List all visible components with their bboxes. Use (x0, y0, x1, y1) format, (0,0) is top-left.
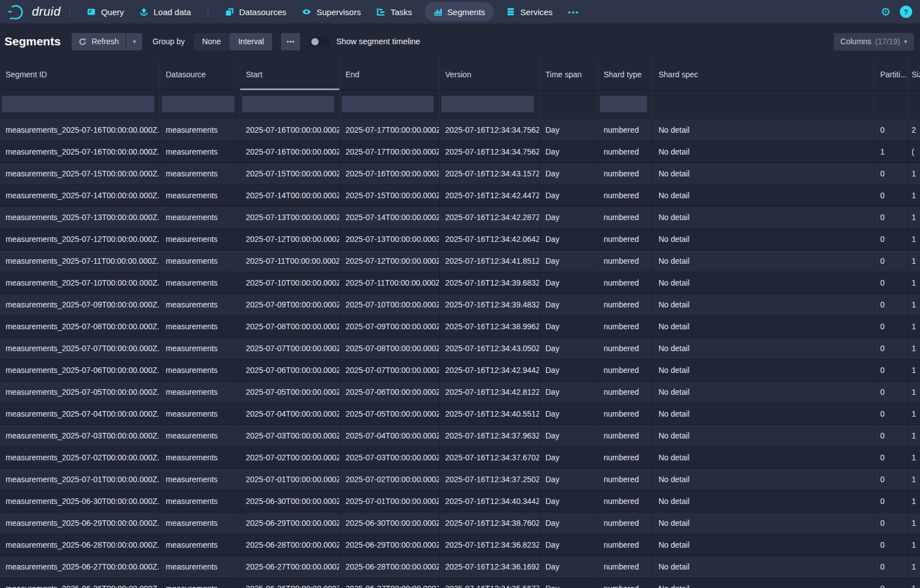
table-row[interactable]: measurements_2025-07-14T00:00:00.000Z...… (0, 185, 920, 207)
group-by-interval-button[interactable]: Interval (229, 33, 272, 50)
cell-segment-id: measurements_2025-07-04T00:00:00.000Z... (0, 403, 160, 424)
table-row[interactable]: measurements_2025-06-29T00:00:00.000Z...… (0, 512, 920, 534)
cell-shard-type: numbered (598, 228, 653, 250)
nav-item-tasks[interactable]: Tasks (368, 0, 419, 24)
table-row[interactable]: measurements_2025-07-05T00:00:00.000Z...… (0, 381, 920, 403)
toolbar-more-button[interactable]: ••• (281, 33, 300, 50)
nav-item-load-data[interactable]: Load data (132, 0, 199, 24)
columns-button[interactable]: Columns (17/19) ▾ (834, 33, 914, 50)
cell-time-span: Day (540, 207, 598, 228)
cell-size: 2 (909, 119, 920, 141)
cell-start: 2025-06-28T00:00:00.000Z (240, 534, 340, 556)
more-icon: ••• (287, 38, 295, 45)
cell-size: 1 (909, 578, 920, 588)
cell-datasource: measurements (160, 447, 240, 468)
version-filter-input[interactable] (441, 95, 534, 113)
cell-end: 2025-07-11T00:00:00.000Z (340, 272, 440, 293)
table-row[interactable]: measurements_2025-07-16T00:00:00.000Z...… (0, 119, 920, 141)
nav-item-datasources[interactable]: Datasources (217, 0, 294, 24)
table-row[interactable]: measurements_2025-07-02T00:00:00.000Z...… (0, 447, 920, 469)
table-row[interactable]: measurements_2025-07-10T00:00:00.000Z...… (0, 272, 920, 294)
cell-time-span: Day (540, 425, 598, 446)
cell-size: 1 (909, 381, 920, 403)
refresh-dropdown-button[interactable]: ▾ (126, 33, 142, 50)
cell-shard-spec: No detail (653, 141, 875, 162)
cell-shard-type: numbered (598, 534, 653, 556)
cell-segment-id: measurements_2025-07-01T00:00:00.000Z... (0, 469, 160, 490)
nav-right: ⚙ ? (881, 6, 912, 18)
nav-item-segments-active[interactable]: Segments (424, 2, 494, 21)
cell-start: 2025-07-03T00:00:00.000Z (240, 425, 340, 446)
column-header-start-sorted[interactable]: Start (240, 59, 340, 90)
end-filter-input[interactable] (342, 95, 434, 113)
nav-item-services[interactable]: Services (498, 0, 561, 24)
gear-icon[interactable]: ⚙ (881, 6, 891, 17)
table-row[interactable]: measurements_2025-07-09T00:00:00.000Z...… (0, 294, 920, 316)
table-row[interactable]: measurements_2025-07-06T00:00:00.000Z...… (0, 360, 920, 381)
cell-size: 1 (909, 163, 920, 184)
cell-segment-id: measurements_2025-07-03T00:00:00.000Z... (0, 425, 160, 446)
refresh-button[interactable]: Refresh (72, 33, 125, 50)
column-header-end[interactable]: End (340, 59, 440, 90)
cell-end: 2025-07-03T00:00:00.000Z (340, 447, 440, 468)
table-row[interactable]: measurements_2025-07-13T00:00:00.000Z...… (0, 207, 920, 228)
column-header-shard-type[interactable]: Shard type (598, 59, 653, 90)
database-icon (506, 7, 515, 16)
cell-partition: 0 (875, 381, 909, 403)
column-header-datasource[interactable]: Datasource (160, 59, 240, 90)
table-row[interactable]: measurements_2025-07-04T00:00:00.000Z...… (0, 403, 920, 425)
cell-size: 1 (909, 360, 920, 381)
group-by-none-button[interactable]: None (194, 33, 229, 50)
start-filter-input[interactable] (242, 95, 334, 113)
cell-start: 2025-07-14T00:00:00.000Z (240, 185, 340, 206)
cell-partition: 0 (875, 316, 909, 337)
cell-partition: 0 (875, 425, 909, 446)
help-icon[interactable]: ? (900, 6, 912, 18)
cell-shard-type: numbered (598, 338, 653, 359)
column-header-version[interactable]: Version (440, 59, 540, 90)
table-row[interactable]: measurements_2025-07-16T00:00:00.000Z...… (0, 141, 920, 163)
datasource-filter-input[interactable] (162, 95, 235, 113)
cell-start: 2025-07-01T00:00:00.000Z (240, 469, 340, 490)
cell-shard-spec: No detail (653, 228, 875, 250)
table-row[interactable]: measurements_2025-07-03T00:00:00.000Z...… (0, 425, 920, 447)
table-row[interactable]: measurements_2025-07-11T00:00:00.000Z...… (0, 250, 920, 272)
column-header-partition[interactable]: Partiti... (875, 59, 909, 90)
table-row[interactable]: measurements_2025-07-01T00:00:00.000Z...… (0, 469, 920, 491)
cell-start: 2025-07-06T00:00:00.000Z (240, 360, 340, 381)
cell-size: 1 (909, 425, 920, 446)
table-row[interactable]: measurements_2025-06-26T00:00:00.000Z...… (0, 578, 920, 588)
table-row[interactable]: measurements_2025-07-08T00:00:00.000Z...… (0, 316, 920, 338)
chevron-down-icon: ▾ (904, 39, 907, 45)
table-row[interactable]: measurements_2025-06-28T00:00:00.000Z...… (0, 534, 920, 556)
column-header-shard-spec[interactable]: Shard spec (653, 59, 875, 90)
table-row[interactable]: measurements_2025-07-15T00:00:00.000Z...… (0, 163, 920, 185)
nav-item-query[interactable]: Query (79, 0, 132, 24)
cell-shard-type: numbered (598, 447, 653, 468)
table-row[interactable]: measurements_2025-07-12T00:00:00.000Z...… (0, 228, 920, 250)
cell-version: 2025-07-16T12:34:41.851Z (440, 250, 540, 272)
table-row[interactable]: measurements_2025-06-27T00:00:00.000Z...… (0, 556, 920, 578)
cell-size: 1 (909, 250, 920, 272)
cell-version: 2025-07-16T12:34:42.812Z (440, 381, 540, 403)
chevron-down-icon: ▾ (133, 39, 136, 45)
nav-more-button[interactable]: ••• (561, 0, 587, 24)
cell-time-span: Day (540, 534, 598, 556)
cell-start: 2025-07-12T00:00:00.000Z (240, 228, 340, 250)
shard-type-filter-input[interactable] (600, 95, 647, 113)
segment-id-filter-input[interactable] (2, 95, 155, 113)
cell-partition: 0 (875, 578, 909, 588)
refresh-label: Refresh (91, 37, 119, 46)
table-row[interactable]: measurements_2025-06-30T00:00:00.000Z...… (0, 491, 920, 512)
nav-item-supervisors[interactable]: Supervisors (294, 0, 368, 24)
refresh-split-button: Refresh ▾ (72, 33, 142, 50)
cell-size: 1 (909, 556, 920, 577)
cell-segment-id: measurements_2025-06-27T00:00:00.000Z... (0, 556, 160, 577)
table-row[interactable]: measurements_2025-07-07T00:00:00.000Z...… (0, 338, 920, 360)
column-header-segment-id[interactable]: Segment ID (0, 59, 160, 90)
column-header-time-span[interactable]: Time span (540, 59, 598, 90)
column-header-size[interactable]: Size (909, 59, 920, 90)
druid-logo[interactable]: druid (7, 3, 60, 21)
segment-timeline-toggle[interactable] (310, 36, 330, 47)
cell-segment-id: measurements_2025-07-11T00:00:00.000Z... (0, 250, 160, 272)
